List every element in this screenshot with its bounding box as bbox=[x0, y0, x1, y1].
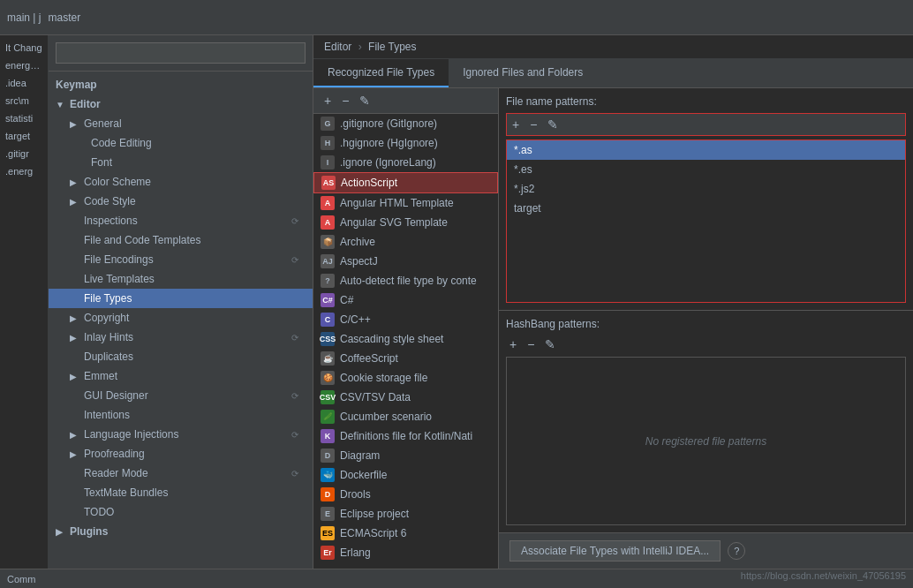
file-list-item[interactable]: DDiagram bbox=[313, 446, 498, 465]
file-list-item[interactable]: KDefinitions file for Kotlin/Nati bbox=[313, 426, 498, 446]
breadcrumb-sep: › bbox=[358, 41, 362, 53]
file-list-item[interactable]: CSSCascading style sheet bbox=[313, 329, 498, 349]
sidebar-item-keymap[interactable]: Keymap bbox=[49, 75, 313, 94]
project-item[interactable]: src\m bbox=[0, 92, 48, 109]
file-list-item[interactable]: I.ignore (IgnoreLang) bbox=[313, 153, 498, 172]
file-list-item[interactable]: ?Auto-detect file type by conte bbox=[313, 271, 498, 290]
sidebar-item-copyright[interactable]: ▶Copyright bbox=[49, 308, 313, 328]
sidebar-item-language-injections[interactable]: ▶Language Injections⟳ bbox=[49, 425, 313, 444]
file-list-item[interactable]: G.gitignore (GitIgnore) bbox=[313, 114, 498, 133]
sidebar-item-plugins[interactable]: ▶Plugins bbox=[49, 522, 313, 541]
file-list-item-label: Archive bbox=[340, 236, 375, 248]
breadcrumb: Editor › File Types bbox=[313, 35, 913, 59]
expand-arrow-plugins: ▶ bbox=[56, 527, 66, 537]
sidebar-item-label-intentions: Intentions bbox=[84, 409, 130, 421]
project-item[interactable]: .idea bbox=[0, 74, 48, 92]
sidebar-item-font[interactable]: Font bbox=[49, 153, 313, 172]
sidebar-item-code-style[interactable]: ▶Code Style bbox=[49, 192, 313, 211]
sidebar-item-duplicates[interactable]: Duplicates bbox=[49, 347, 313, 366]
file-list-item[interactable]: AAngular SVG Template bbox=[313, 213, 498, 232]
remove-hashbang-button[interactable]: − bbox=[524, 335, 538, 353]
file-list-item[interactable]: 🍪Cookie storage file bbox=[313, 368, 498, 388]
file-list-item[interactable]: ErErlang bbox=[313, 543, 498, 562]
sidebar-item-inspections[interactable]: Inspections⟳ bbox=[49, 211, 313, 230]
project-item[interactable]: It Chang bbox=[0, 39, 48, 57]
add-pattern-button[interactable]: + bbox=[509, 116, 523, 133]
file-list-item-label: Cascading style sheet bbox=[340, 333, 443, 345]
search-box bbox=[49, 35, 313, 72]
file-list-item[interactable]: CSVCSV/TSV Data bbox=[313, 388, 498, 407]
sidebar-item-textmate-bundles[interactable]: TextMate Bundles bbox=[49, 483, 313, 502]
remove-pattern-button[interactable]: − bbox=[526, 116, 540, 133]
sidebar-item-general[interactable]: ▶General bbox=[49, 114, 313, 133]
sidebar-item-label-copyright: Copyright bbox=[84, 312, 129, 324]
search-input[interactable] bbox=[56, 42, 306, 64]
file-list-item-label: .ignore (IgnoreLang) bbox=[340, 156, 436, 169]
file-icon: C# bbox=[321, 293, 335, 307]
file-list-item[interactable]: CC/C++ bbox=[313, 310, 498, 329]
sidebar-item-label-live-templates: Live Templates bbox=[84, 273, 155, 285]
sidebar-item-proofreading[interactable]: ▶Proofreading bbox=[49, 444, 313, 464]
file-icon: 📦 bbox=[321, 235, 335, 249]
sidebar-item-file-encodings[interactable]: File Encodings⟳ bbox=[49, 250, 313, 269]
sidebar-item-gui-designer[interactable]: GUI Designer⟳ bbox=[49, 386, 313, 405]
hashbang-empty-text: No registered file patterns bbox=[645, 435, 766, 448]
edit-pattern-button[interactable]: ✎ bbox=[544, 116, 562, 133]
patterns-toolbar: + − ✎ bbox=[506, 113, 906, 136]
pattern-item[interactable]: *.as bbox=[507, 140, 905, 160]
sidebar-item-reader-mode[interactable]: Reader Mode⟳ bbox=[49, 464, 313, 483]
file-list-item[interactable]: AAngular HTML Template bbox=[313, 193, 498, 213]
file-list-item[interactable]: 🐳Dockerfile bbox=[313, 465, 498, 485]
file-list-item[interactable]: AJAspectJ bbox=[313, 252, 498, 271]
sidebar-item-todo[interactable]: TODO bbox=[49, 502, 313, 522]
pattern-item[interactable]: *.es bbox=[507, 160, 905, 179]
remove-file-type-button[interactable]: − bbox=[338, 92, 352, 109]
edit-file-type-button[interactable]: ✎ bbox=[356, 92, 374, 109]
add-hashbang-button[interactable]: + bbox=[506, 335, 520, 353]
breadcrumb-part2: File Types bbox=[368, 41, 416, 53]
file-list-item-label: Auto-detect file type by conte bbox=[340, 275, 477, 287]
tab-ignored[interactable]: Ignored Files and Folders bbox=[449, 59, 597, 87]
file-icon: K bbox=[321, 429, 335, 443]
pattern-item[interactable]: *.js2 bbox=[507, 179, 905, 199]
hashbang-toolbar: + − ✎ bbox=[506, 335, 906, 353]
sync-icon-file-encodings: ⟳ bbox=[291, 255, 298, 265]
file-list-item[interactable]: C#C# bbox=[313, 290, 498, 310]
sidebar-item-color-scheme[interactable]: ▶Color Scheme bbox=[49, 172, 313, 192]
top-bar-title: main | j bbox=[7, 11, 41, 24]
sidebar-item-file-and-code-templates[interactable]: File and Code Templates bbox=[49, 230, 313, 250]
file-list-item[interactable]: DDrools bbox=[313, 485, 498, 504]
file-list-item-label: CSV/TSV Data bbox=[340, 391, 411, 403]
sidebar-item-file-types[interactable]: File Types bbox=[49, 289, 313, 308]
file-list-item[interactable]: ☕CoffeeScript bbox=[313, 349, 498, 368]
sidebar-item-inlay-hints[interactable]: ▶Inlay Hints⟳ bbox=[49, 328, 313, 347]
sidebar-item-label-duplicates: Duplicates bbox=[84, 351, 133, 363]
file-list-item[interactable]: EEclipse project bbox=[313, 504, 498, 524]
associate-file-types-button[interactable]: Associate File Types with IntelliJ IDEA.… bbox=[509, 540, 721, 562]
help-icon[interactable]: ? bbox=[728, 542, 745, 560]
file-list-item[interactable]: ESECMAScript 6 bbox=[313, 524, 498, 543]
file-list-item[interactable]: 🥒Cucumber scenario bbox=[313, 407, 498, 426]
sidebar-item-intentions[interactable]: Intentions bbox=[49, 405, 313, 425]
file-list-item-label: Eclipse project bbox=[340, 508, 409, 520]
top-bar: main | j master bbox=[0, 0, 913, 35]
file-list-item[interactable]: ASActionScript bbox=[313, 172, 498, 193]
expand-arrow-inlay-hints: ▶ bbox=[70, 333, 80, 343]
sidebar-item-editor[interactable]: ▼Editor bbox=[49, 94, 313, 114]
project-item[interactable]: energy4r bbox=[0, 57, 48, 74]
add-file-type-button[interactable]: + bbox=[321, 92, 335, 109]
tab-recognized[interactable]: Recognized File Types bbox=[313, 59, 449, 87]
project-item[interactable]: .energ bbox=[0, 162, 48, 180]
sidebar-item-live-templates[interactable]: Live Templates bbox=[49, 269, 313, 289]
pattern-item[interactable]: target bbox=[507, 199, 905, 218]
sidebar-item-emmet[interactable]: ▶Emmet bbox=[49, 366, 313, 386]
project-item[interactable]: statisti bbox=[0, 109, 48, 127]
sidebar-item-label-emmet: Emmet bbox=[84, 370, 117, 382]
file-list-item[interactable]: H.hgignore (HgIgnore) bbox=[313, 133, 498, 153]
sidebar-item-code-editing[interactable]: Code Editing bbox=[49, 133, 313, 153]
project-item[interactable]: .gitigr bbox=[0, 145, 48, 162]
edit-hashbang-button[interactable]: ✎ bbox=[541, 335, 559, 353]
file-list-item[interactable]: 📦Archive bbox=[313, 232, 498, 252]
project-item[interactable]: target bbox=[0, 127, 48, 145]
sidebar-item-label-language-injections: Language Injections bbox=[84, 428, 178, 441]
